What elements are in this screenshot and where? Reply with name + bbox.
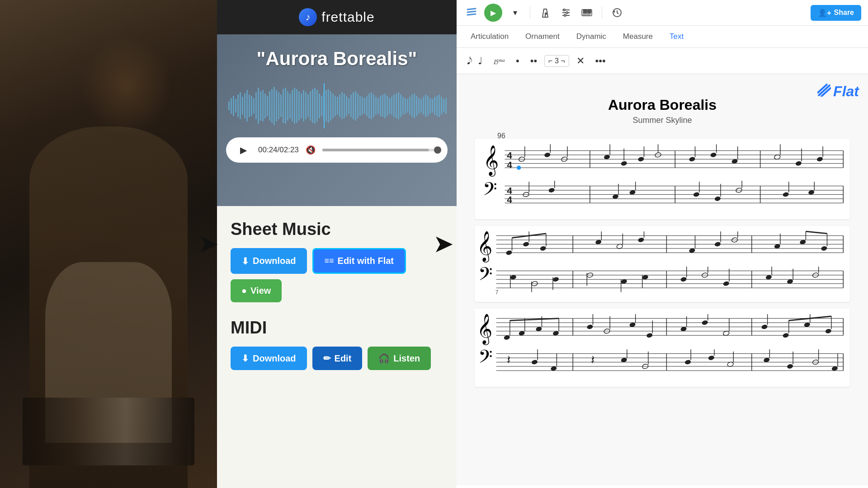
waveform-bar xyxy=(418,98,420,114)
waveform-bar xyxy=(429,98,431,114)
symbol-triplet[interactable]: ⌐ 3 ¬ xyxy=(544,55,569,67)
bass-staff-3-svg: 𝄢 𝄽 𝄽 xyxy=(479,348,845,382)
symbol-dot-1[interactable]: • xyxy=(512,53,523,69)
symbol-dot-2[interactable]: •• xyxy=(527,53,541,69)
svg-point-64 xyxy=(816,156,823,162)
history-icon[interactable] xyxy=(609,5,625,21)
flat-editor-panel: ▶ ▾ xyxy=(457,0,868,488)
svg-text:𝄢: 𝄢 xyxy=(479,348,493,371)
symbol-close[interactable]: ✕ xyxy=(573,53,588,69)
waveform-bar xyxy=(382,94,383,117)
svg-text:𝄽: 𝄽 xyxy=(507,356,510,364)
midi-listen-button[interactable]: 🎧 Listen xyxy=(368,347,431,370)
keyboard-icon[interactable] xyxy=(579,5,595,21)
staff-row-3: 𝄞 xyxy=(475,309,850,387)
waveform-bar xyxy=(357,94,359,118)
tab-text[interactable]: Text xyxy=(662,28,691,45)
waveform-bar xyxy=(368,94,370,118)
waveform-bar xyxy=(398,92,399,119)
waveform-bar xyxy=(292,90,293,122)
svg-point-186 xyxy=(586,324,593,330)
tab-dynamic[interactable]: Dynamic xyxy=(569,28,613,45)
svg-point-202 xyxy=(783,333,789,338)
treble-staff-2-svg: 𝄞 xyxy=(479,230,845,264)
waveform-bar xyxy=(264,94,266,118)
waveform-bar xyxy=(353,92,354,119)
svg-point-39 xyxy=(517,165,521,169)
waveform-bar xyxy=(274,87,275,125)
svg-point-62 xyxy=(795,160,802,166)
waveform-bar xyxy=(249,94,250,117)
waveform-bar xyxy=(285,88,286,124)
midi-edit-button[interactable]: ✏ Edit xyxy=(312,347,363,370)
tab-measure[interactable]: Measure xyxy=(616,28,660,45)
svg-point-110 xyxy=(540,246,547,252)
sheet-download-button[interactable]: ⬇ Download xyxy=(231,248,307,274)
waveform-bar xyxy=(396,94,397,118)
waveform-bar xyxy=(344,94,345,118)
separator-2 xyxy=(602,6,602,19)
svg-point-88 xyxy=(714,196,721,202)
waveform-bar xyxy=(233,96,234,116)
midi-edit-icon: ✏ xyxy=(323,353,331,364)
edit-with-flat-button[interactable]: ≡≡ Edit with Flat xyxy=(312,248,406,274)
svg-point-159 xyxy=(723,281,730,286)
view-button[interactable]: ● View xyxy=(231,279,282,302)
progress-bar[interactable] xyxy=(322,149,439,151)
menu-icon[interactable] xyxy=(463,5,480,21)
treble-staff-svg: 𝄞 4 4 xyxy=(479,143,845,179)
sheet-subtitle: Summer Skyline xyxy=(466,116,859,125)
waveform-bar xyxy=(276,90,277,122)
separator-1 xyxy=(530,6,530,19)
waveform-bar xyxy=(425,94,426,117)
svg-point-50 xyxy=(637,156,644,162)
mixer-icon[interactable] xyxy=(558,5,574,21)
flat-play-button[interactable]: ▶ xyxy=(484,4,502,22)
svg-point-200 xyxy=(761,324,768,330)
svg-point-192 xyxy=(646,333,653,338)
waveform xyxy=(226,83,448,128)
middle-panel: ♪ frettable "Aurora Borealis" ▶ 00:24/02… xyxy=(217,0,457,488)
playback-dropdown-button[interactable]: ▾ xyxy=(507,5,523,21)
symbol-note-1[interactable]: 𝅘𝅥𝅮 xyxy=(463,53,471,69)
waveform-bar xyxy=(355,91,356,121)
waveform-bar xyxy=(330,91,331,121)
waveform-bar xyxy=(262,90,264,122)
svg-line-0 xyxy=(467,9,476,9)
arrow-2: ➤ xyxy=(434,231,452,257)
waveform-bar xyxy=(416,96,417,116)
svg-text:4: 4 xyxy=(507,185,512,196)
volume-button[interactable]: 🔇 xyxy=(306,145,316,155)
svg-line-2 xyxy=(467,14,476,15)
symbol-note-2[interactable]: ♩ xyxy=(474,53,486,69)
progress-fill xyxy=(322,149,429,151)
waveform-bar xyxy=(283,89,284,123)
flat-logo: Flat xyxy=(817,83,859,100)
symbol-note-3[interactable]: 𝄸 xyxy=(490,53,509,69)
flat-brand-name: Flat xyxy=(833,83,859,100)
grand-staff-1: 96 𝄞 4 4 xyxy=(479,143,845,179)
svg-text:𝄽: 𝄽 xyxy=(591,356,594,364)
play-button[interactable]: ▶ xyxy=(235,142,251,158)
svg-point-11 xyxy=(564,14,566,16)
waveform-bar xyxy=(301,94,302,118)
tab-articulation[interactable]: Articulation xyxy=(463,28,516,45)
waveform-bar xyxy=(253,98,255,114)
svg-text:7: 7 xyxy=(495,289,499,296)
svg-point-220 xyxy=(531,359,538,365)
waveform-bar xyxy=(294,88,295,124)
symbol-more[interactable]: ••• xyxy=(592,53,609,69)
midi-download-button[interactable]: ⬇ Download xyxy=(231,347,307,370)
waveform-bar xyxy=(436,96,438,116)
svg-point-237 xyxy=(787,364,793,370)
waveform-bar xyxy=(405,98,406,114)
bass-staff-1: 𝄢 4 4 xyxy=(479,181,845,215)
waveform-bar xyxy=(312,89,313,123)
waveform-bar xyxy=(246,90,248,122)
metronome-icon[interactable] xyxy=(537,5,553,21)
staff-container: 96 𝄞 4 4 xyxy=(466,139,859,387)
waveform-bar xyxy=(298,91,300,121)
tab-ornament[interactable]: Ornament xyxy=(518,28,567,45)
waveform-bar xyxy=(319,94,320,118)
share-button[interactable]: 👤+ Share xyxy=(811,5,861,21)
